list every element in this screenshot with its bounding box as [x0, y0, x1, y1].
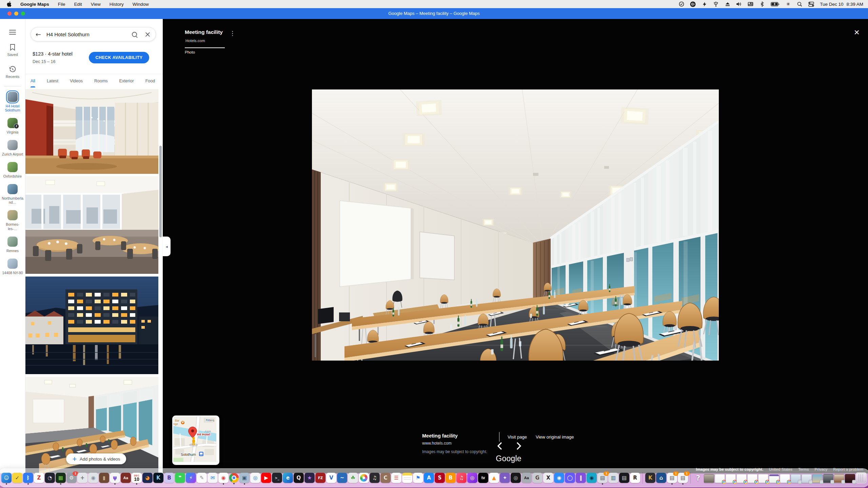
sidebar-item-place[interactable]: Zurich Airport — [1, 140, 24, 156]
dock-item-books[interactable]: B — [446, 473, 456, 483]
dock-item-diagnostics-app[interactable]: + — [77, 473, 87, 483]
apple-menu-icon[interactable] — [7, 1, 12, 7]
dock-item-photos[interactable] — [359, 473, 369, 483]
next-photo-button[interactable] — [516, 442, 524, 450]
volume-status-icon[interactable] — [736, 1, 742, 7]
dock-item-keychain[interactable]: K — [645, 473, 655, 483]
search-input[interactable] — [46, 31, 132, 38]
viewer-photo-tab[interactable]: Photo — [185, 50, 195, 54]
dock-item-zinio[interactable]: Z — [34, 473, 44, 483]
dock-item-reminders[interactable]: ☰ — [391, 473, 401, 483]
dock-item-xquartz[interactable]: X — [543, 473, 553, 483]
photo-tab[interactable]: Food — [145, 74, 155, 87]
dock-item-help-placeholder[interactable]: ? — [693, 473, 703, 483]
menubar-menu-item[interactable]: Edit — [74, 2, 82, 7]
dock-item-gimp[interactable]: G — [532, 473, 542, 483]
dock-item-podcasts[interactable]: ◎ — [467, 473, 477, 483]
dock-item-photo-window-person[interactable] — [823, 474, 833, 483]
dock-item-dictionary[interactable]: Aa — [121, 473, 131, 483]
dock-item-chrome-window-2[interactable] — [726, 474, 736, 483]
sidebar-item-recents[interactable]: Recents — [6, 66, 19, 79]
sidebar-item-saved[interactable]: Saved — [7, 44, 18, 57]
dock-item-chrome-window-3[interactable] — [736, 474, 747, 483]
menubar-menu-item[interactable]: View — [91, 2, 101, 7]
menubar-app-name[interactable]: Google Maps — [20, 2, 49, 7]
menubar-menu-item[interactable]: History — [110, 2, 124, 7]
sidebar-item-place[interactable]: Oxfordshire — [1, 162, 24, 178]
previous-photo-button[interactable] — [497, 442, 505, 450]
sidebar-item-place[interactable]: 2 Virginia — [1, 118, 24, 134]
dock-item-r-app[interactable]: R — [630, 473, 640, 483]
dock-item-notes[interactable] — [402, 473, 412, 483]
menubar-menu-item[interactable]: Window — [133, 2, 149, 7]
hotel-dates[interactable]: Dec 15 – 16 — [33, 59, 55, 64]
dock-item-frog-app[interactable]: ☘ — [348, 473, 358, 483]
add-photos-button[interactable]: + Add photos & videos — [66, 453, 126, 464]
window-title-bar[interactable]: Google Maps – Meeting facility – Google … — [0, 8, 868, 19]
dock-item-fontbook[interactable]: Aa — [521, 473, 532, 483]
dock-item-audio-wave-app[interactable]: ‖ — [576, 473, 586, 483]
photo-thumbnail-exterior-night[interactable] — [25, 277, 158, 374]
dock-item-edge[interactable]: e — [283, 473, 293, 483]
dock-item-window-room[interactable] — [704, 474, 714, 483]
collapse-panel-handle[interactable]: ◂ — [163, 237, 171, 256]
dock-item-kindle[interactable]: K — [153, 473, 163, 483]
sidebar-item-place[interactable]: Bormes-les-… — [1, 210, 24, 230]
shortcuts-status-icon[interactable] — [702, 1, 707, 7]
dock-item-messenger[interactable]: ⚡ — [186, 473, 196, 483]
dock-item-leather-app[interactable]: ▮ — [99, 473, 109, 483]
eject-status-icon[interactable] — [725, 1, 730, 7]
dock-item-youtube[interactable]: ▶ — [261, 473, 271, 483]
dock-item-chrome-window-list[interactable] — [780, 474, 790, 483]
dock-item-chrome-window-5[interactable] — [758, 474, 768, 483]
dock-item-finder-window-1[interactable] — [791, 474, 801, 483]
dock-item-purple-figure-app[interactable]: ✦ — [500, 473, 510, 483]
dock-item-filezilla[interactable]: FZ — [315, 473, 326, 483]
dock-item-finder[interactable]: ☺ — [1, 473, 12, 483]
search-bar[interactable]: ← × — [31, 27, 156, 41]
check-availability-button[interactable]: CHECK AVAILABILITY — [89, 52, 149, 63]
photo-tab[interactable]: All — [31, 74, 35, 87]
dock-item-safari[interactable]: ◎ — [250, 473, 260, 483]
dock-item-chrome[interactable] — [229, 473, 239, 483]
dock-item-photo-window-frame[interactable] — [834, 474, 844, 483]
close-viewer-icon[interactable]: ✕ — [854, 28, 860, 37]
usb-status-icon[interactable] — [713, 1, 719, 7]
dock-item-speedometer-app[interactable]: ◔ — [45, 473, 55, 483]
dock-item-star-app[interactable]: ★ — [304, 473, 315, 483]
dock-item-photo-window-dark[interactable] — [845, 474, 855, 483]
activity-circle-status-icon[interactable] — [690, 1, 696, 7]
dock-item-app-store[interactable]: A — [424, 473, 434, 483]
menubar-clock[interactable]: Tue Dec 108:39 AM — [820, 2, 863, 7]
dock-item-printer-3[interactable]: ▤1 — [678, 473, 688, 483]
dock-item-terminal[interactable]: >_ — [272, 473, 282, 483]
dock-item-yellow-check-app[interactable]: ✓ — [12, 473, 22, 483]
search-icon[interactable] — [132, 32, 137, 37]
close-search-icon[interactable]: × — [144, 30, 151, 38]
menubar-menu-item[interactable]: File — [58, 2, 65, 7]
sidebar-item-place[interactable]: Rennes — [1, 237, 24, 253]
dock-item-webcam-app[interactable]: ◉ — [587, 473, 597, 483]
dock-item-disk-utility[interactable]: ◉ — [88, 473, 98, 483]
photo-tab[interactable]: Videos — [70, 74, 83, 87]
dock-item-green-pattern-app[interactable]: ▦ — [56, 473, 66, 483]
dock-item-zoom[interactable]: ◉ — [554, 473, 564, 483]
dock-item-chrome-window-4[interactable] — [747, 474, 757, 483]
dock-item-quicktime[interactable]: Q — [294, 473, 304, 483]
dock-item-apple-tv[interactable]: tv — [478, 473, 488, 483]
dock-item-usb-app[interactable]: ψ — [110, 473, 120, 483]
visit-page-button[interactable]: Visit page — [508, 434, 527, 440]
meeting-room-photo[interactable] — [312, 89, 719, 361]
dock-item-home-app[interactable]: ⌂ — [656, 473, 666, 483]
dock-item-midi-keyboard-app[interactable]: ♫ — [370, 473, 380, 483]
dock-item-system-settings[interactable]: ⚙1 — [66, 473, 77, 483]
battery-status-icon[interactable] — [771, 1, 780, 7]
dock-item-v-app[interactable]: V — [326, 473, 336, 483]
overflow-menu-icon[interactable]: ⋮ — [230, 30, 235, 37]
dock-item-chrome-window-sheet[interactable] — [769, 474, 779, 483]
dock-item-google-maps[interactable]: ◉ — [218, 473, 229, 483]
dock-item-trash[interactable] — [856, 472, 867, 483]
photo-thumbnail-banquet[interactable] — [25, 176, 158, 274]
menu-hamburger-icon[interactable] — [9, 30, 16, 35]
check-circle-status-icon[interactable] — [678, 1, 684, 7]
